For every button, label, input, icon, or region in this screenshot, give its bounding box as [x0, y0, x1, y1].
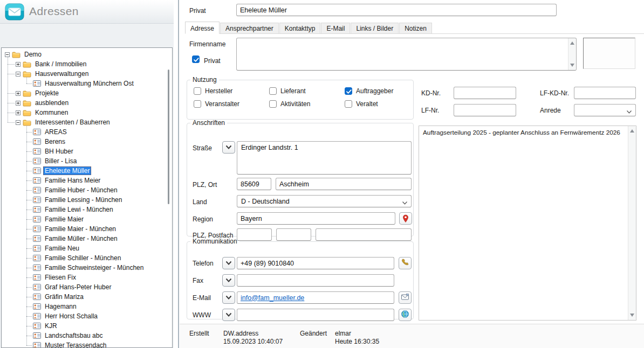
tree-expander-icon[interactable]: [16, 110, 20, 115]
tree-item[interactable]: Familie Schweinsteiger - München: [2, 263, 172, 273]
tree-item-label: Familie Neu: [43, 244, 81, 253]
tree-item[interactable]: Fliesen Fix: [2, 273, 172, 282]
tree-expander-icon[interactable]: [16, 62, 20, 67]
tree-item[interactable]: Familie Lewi - München: [2, 205, 172, 214]
name-input[interactable]: [236, 4, 557, 16]
scroll-down-icon[interactable]: [570, 64, 574, 67]
kommunikation-legend: Kommunikation: [190, 238, 239, 245]
tree-item-label: Familie Maier - München: [43, 225, 118, 233]
www-dropdown-button[interactable]: [222, 309, 235, 321]
tree-item[interactable]: Demo: [2, 50, 172, 59]
contact-card-icon: [33, 265, 41, 271]
contact-picture-box[interactable]: [583, 38, 635, 69]
firmenname-label: Firmenname: [189, 40, 225, 48]
lf-nr-input[interactable]: [454, 104, 516, 116]
tab-e-mail[interactable]: E-Mail: [321, 23, 350, 33]
contact-card-icon: [33, 255, 41, 261]
veraltet-checkbox[interactable]: [345, 100, 352, 108]
tree-item[interactable]: Hausverwaltungen: [2, 69, 172, 79]
region-input[interactable]: [237, 212, 395, 225]
contact-card-icon: [33, 129, 41, 135]
tree-item[interactable]: Kommunen: [2, 108, 172, 117]
tree-expander-icon[interactable]: [16, 101, 20, 106]
firmenname-input[interactable]: [236, 38, 577, 71]
kd-nr-input[interactable]: [454, 87, 516, 99]
firmenname-scrollbar[interactable]: [568, 38, 576, 70]
globe-action-button[interactable]: [399, 309, 412, 321]
tree-item[interactable]: Gräfin Mariza: [2, 292, 172, 302]
panel-splitter[interactable]: [174, 0, 180, 348]
tree-item[interactable]: Eheleute Müller: [2, 166, 172, 176]
tree-item[interactable]: Berens: [2, 137, 172, 147]
tree-item-label: Gräfin Mariza: [43, 293, 85, 301]
veranstalter-checkbox[interactable]: [194, 100, 201, 108]
tree-item-label: Graf Hans-Peter Huber: [43, 283, 113, 291]
notes-scrollbar[interactable]: [628, 126, 636, 320]
tree-scrollbar[interactable]: [168, 69, 169, 204]
strasse-dropdown-button[interactable]: [222, 141, 235, 154]
tree-connector: [8, 74, 15, 74]
privat-checkbox[interactable]: [192, 55, 200, 63]
anrede-select[interactable]: [574, 104, 636, 116]
aktivitäten-checkbox[interactable]: [269, 100, 277, 108]
tree-item[interactable]: Muster Terassendach: [2, 340, 172, 348]
tree-item[interactable]: Familie Hans Meier: [2, 176, 172, 185]
tree-item[interactable]: ausblenden: [2, 98, 172, 108]
strasse-input[interactable]: Erdinger Landstr. 1: [237, 141, 412, 175]
tree-item[interactable]: Landschaftsbau abc: [2, 331, 172, 340]
map-pin-button[interactable]: [399, 212, 412, 225]
tree-expander-icon[interactable]: [16, 91, 20, 96]
fax-dropdown-button[interactable]: [222, 274, 235, 287]
tree-item[interactable]: Familie Neu: [2, 243, 172, 253]
scroll-down-icon[interactable]: [630, 314, 634, 317]
notes-textarea[interactable]: Auftragserteilung 2025 - geplanter Ansch…: [419, 126, 636, 321]
plz-input[interactable]: [237, 178, 271, 190]
tab-kontakttyp[interactable]: Kontakttyp: [279, 23, 321, 33]
tree-item-label: KJR: [43, 322, 59, 330]
tree-item[interactable]: Biller - Lisa: [2, 156, 172, 166]
land-select[interactable]: D - Deutschland: [237, 195, 412, 207]
tree-expander-icon[interactable]: [5, 52, 10, 57]
tree-item[interactable]: Hausverwaltung Münchern Ost: [2, 79, 172, 88]
scroll-up-icon[interactable]: [570, 41, 574, 45]
lieferant-checkbox[interactable]: [269, 87, 277, 95]
telefon-input[interactable]: [237, 257, 394, 269]
tree-item[interactable]: Familie Müller - München: [2, 234, 172, 243]
telefon-dropdown-button[interactable]: [222, 257, 235, 269]
tree-item[interactable]: AREAS: [2, 127, 172, 137]
contact-card-icon: [33, 235, 41, 242]
phone-action-button[interactable]: [399, 257, 412, 269]
tree-item[interactable]: Familie Maier: [2, 214, 172, 224]
fax-input[interactable]: [237, 274, 394, 287]
tree-item[interactable]: Projekte: [2, 88, 172, 98]
folder-icon: [23, 119, 31, 126]
scroll-up-icon[interactable]: [630, 129, 634, 133]
tree-item[interactable]: Bank / Immobilien: [2, 59, 172, 69]
nutzung-groupbox: Nutzung HerstellerLieferantAuftraggeberV…: [187, 76, 414, 120]
tree-item[interactable]: BH Huber: [2, 147, 172, 156]
email-action-button[interactable]: [399, 291, 412, 304]
www-input[interactable]: [237, 309, 394, 321]
ort-input[interactable]: [276, 178, 412, 190]
tree-item[interactable]: Familie Schiller - München: [2, 253, 172, 263]
e-mail-input[interactable]: [237, 291, 394, 304]
tree-item[interactable]: Familie Huber - München: [2, 185, 172, 195]
lf-kd-nr-input[interactable]: [574, 87, 636, 99]
tab-notizen[interactable]: Notizen: [399, 23, 432, 33]
e-mail-dropdown-button[interactable]: [222, 291, 235, 304]
tab-links-bilder[interactable]: Links / Bilder: [351, 23, 399, 33]
tree-expander-icon[interactable]: [16, 72, 20, 76]
tree-item[interactable]: Interessenten / Bauherren: [2, 117, 172, 127]
tree-item[interactable]: Graf Hans-Peter Huber: [2, 282, 172, 292]
tree-expander-icon[interactable]: [16, 120, 20, 125]
tab-adresse[interactable]: Adresse: [185, 22, 220, 34]
auftraggeber-checkbox[interactable]: [345, 87, 352, 95]
tree-item[interactable]: Herr Horst Schalla: [2, 311, 172, 321]
tree-item[interactable]: Hagemann: [2, 302, 172, 311]
tree-connector: [8, 93, 15, 94]
tree-item[interactable]: KJR: [2, 321, 172, 331]
tab-ansprechpartner[interactable]: Ansprechpartner: [220, 23, 279, 33]
hersteller-checkbox[interactable]: [194, 87, 201, 95]
tree-item[interactable]: Familie Lessing - München: [2, 195, 172, 205]
tree-item[interactable]: Familie Maier - München: [2, 224, 172, 234]
